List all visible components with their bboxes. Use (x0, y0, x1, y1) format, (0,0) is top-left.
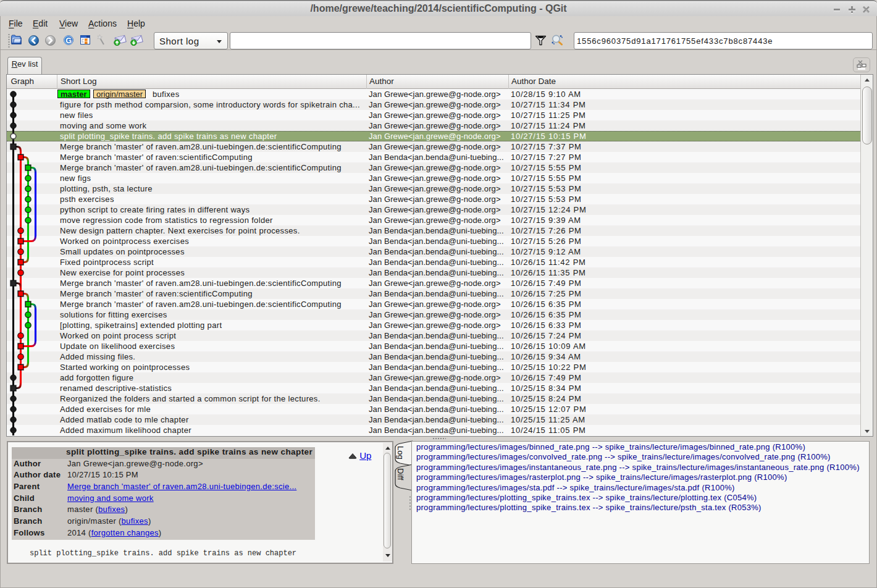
svg-text:Log: Log (396, 446, 405, 460)
svg-text:Diff: Diff (396, 468, 405, 481)
svg-text:G: G (65, 36, 72, 45)
